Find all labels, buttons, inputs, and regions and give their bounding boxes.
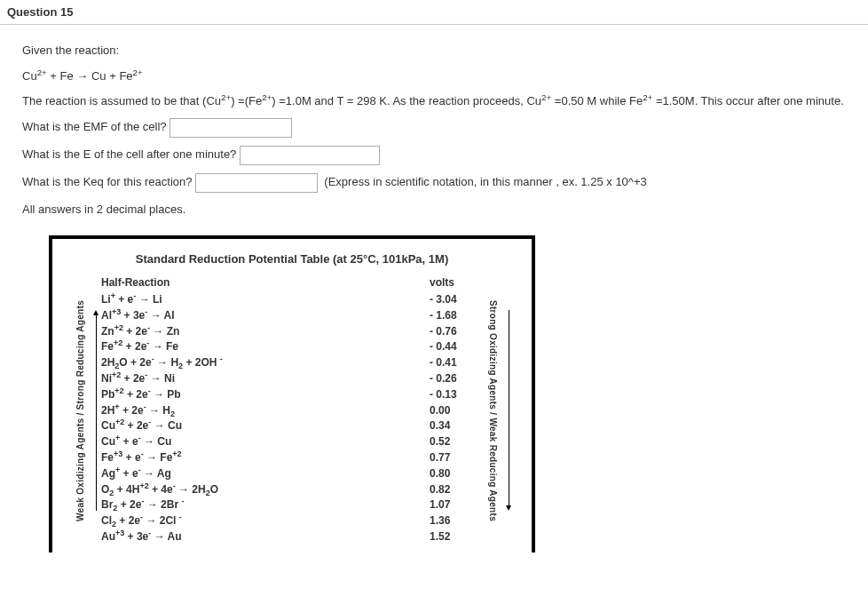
half-reaction-cell: Cu+ + e- → Cu [101,434,430,449]
half-reaction-header: Half-Reaction [101,276,430,289]
given-label: Given the reaction: [22,42,846,60]
half-reaction-cell: Pb+2 + 2e- → Pb [101,387,430,402]
q3-label: What is the Keq for this reaction? [22,175,192,188]
assumption-text: The reaction is assumed to be that (Cu2+… [22,92,846,110]
e-minute-input[interactable] [240,146,380,165]
volts-cell: 1.07 [430,497,483,513]
volts-cell: 0.52 [430,434,483,449]
half-reaction-cell: 2H+ + 2e- → H2 [101,403,430,418]
left-arrow-icon [91,276,101,545]
half-reaction-cell: O2 + 4H+2 + 4e- → 2H2O [101,482,430,497]
table-row: 2H+ + 2e- → H20.00 [101,403,483,418]
reaction-equation: Cu2+ + Fe → Cu + Fe2+ [22,68,846,85]
volts-header: volts [430,276,483,289]
table-row: Ag+ + e- → Ag0.80 [101,466,483,481]
volts-cell: 1.52 [430,529,483,544]
question-emf: What is the EMF of the cell? [22,118,846,138]
half-reaction-cell: Br2 + 2e- → 2Br - [101,497,430,513]
table-row: Cl2 + 2e- → 2Cl -1.36 [101,513,483,528]
right-arrow-icon [503,276,514,545]
volts-cell: - 0.41 [430,355,483,370]
table-row: Pb+2 + 2e- → Pb- 0.13 [101,387,483,402]
question-content: Given the reaction: Cu2+ + Fe → Cu + Fe2… [0,25,868,561]
table-row: Cu+ + e- → Cu0.52 [101,434,483,449]
emf-input[interactable] [170,118,292,138]
half-reaction-cell: Al+3 + 3e- → Al [101,308,430,323]
reduction-potential-table: Standard Reduction Potential Table (at 2… [49,235,535,552]
half-reaction-cell: Li+ + e- → Li [101,292,430,307]
question-keq: What is the Keq for this reaction? (Expr… [22,173,846,193]
volts-cell: - 0.44 [430,339,483,354]
table-title: Standard Reduction Potential Table (at 2… [70,252,514,266]
keq-input[interactable] [195,173,318,193]
volts-cell: - 1.68 [430,308,483,323]
table-row: Zn+2 + 2e- → Zn- 0.76 [101,324,483,339]
half-reaction-cell: Zn+2 + 2e- → Zn [101,324,430,339]
volts-cell: - 3.04 [430,292,483,307]
table-row: Br2 + 2e- → 2Br -1.07 [101,497,483,513]
reactions-list: Half-Reaction volts Li+ + e- → Li- 3.04A… [101,276,483,545]
volts-cell: 0.80 [430,466,483,481]
table-row: Ni+2 + 2e- → Ni- 0.26 [101,371,483,386]
q3-note: (Express in scientific notation, in this… [324,175,646,188]
table-row: Al+3 + 3e- → Al- 1.68 [101,308,483,323]
table-row: O2 + 4H+2 + 4e- → 2H2O0.82 [101,482,483,497]
q1-label: What is the EMF of the cell? [22,120,167,133]
table-row: Cu+2 + 2e- → Cu0.34 [101,418,483,433]
volts-cell: - 0.13 [430,387,483,402]
half-reaction-cell: 2H2O + 2e- → H2 + 2OH - [101,355,430,370]
table-row: Fe+2 + 2e- → Fe- 0.44 [101,339,483,354]
half-reaction-cell: Cu+2 + 2e- → Cu [101,418,430,433]
volts-cell: 0.77 [430,450,483,465]
question-e-minute: What is the E of the cell after one minu… [22,146,846,165]
half-reaction-cell: Fe+2 + 2e- → Fe [101,339,430,354]
volts-cell: 0.82 [430,482,483,497]
volts-cell: 1.36 [430,513,483,528]
table-row: Li+ + e- → Li- 3.04 [101,292,483,307]
decimal-note: All answers in 2 decimal places. [22,201,846,219]
table-row: Fe+3 + e- → Fe+20.77 [101,450,483,465]
half-reaction-cell: Au+3 + 3e- → Au [101,529,430,544]
table-row: 2H2O + 2e- → H2 + 2OH -- 0.41 [101,355,483,370]
table-row: Au+3 + 3e- → Au1.52 [101,529,483,544]
half-reaction-cell: Cl2 + 2e- → 2Cl - [101,513,430,528]
half-reaction-cell: Ag+ + e- → Ag [101,466,430,481]
question-header: Question 15 [0,0,868,25]
half-reaction-cell: Ni+2 + 2e- → Ni [101,371,430,386]
volts-cell: 0.34 [430,418,483,433]
volts-cell: - 0.76 [430,324,483,339]
volts-cell: - 0.26 [430,371,483,386]
left-axis-label: Weak Oxidizing Agents / Strong Reducing … [70,276,91,545]
q2-label: What is the E of the cell after one minu… [22,147,236,161]
half-reaction-cell: Fe+3 + e- → Fe+2 [101,450,430,465]
volts-cell: 0.00 [430,403,483,418]
right-axis-label: Strong Oxidizing Agents / Weak Reducing … [483,276,503,545]
